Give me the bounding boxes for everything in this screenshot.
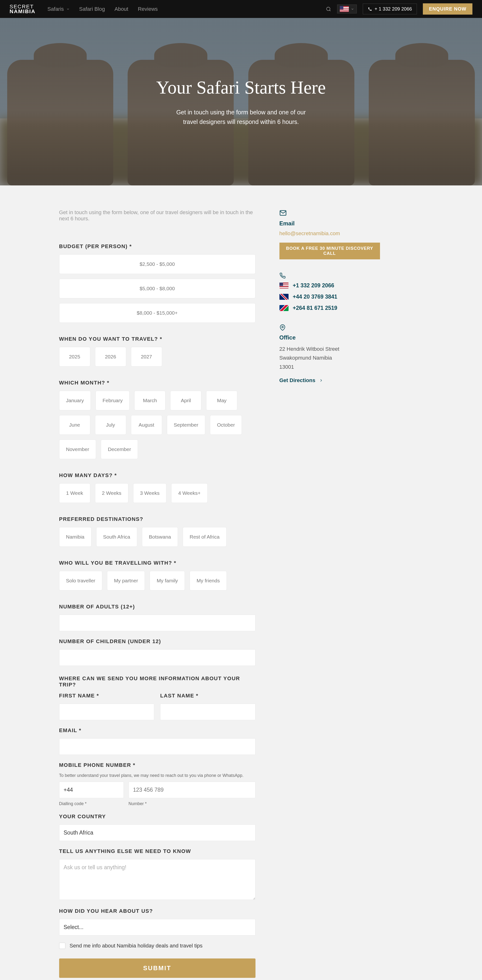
who-option[interactable]: My partner — [107, 571, 145, 590]
tellus-textarea[interactable] — [59, 859, 255, 900]
submit-button[interactable]: SUBMIT — [59, 958, 255, 978]
directions-link[interactable]: Get Directions — [279, 377, 380, 383]
month-option[interactable]: January — [59, 391, 91, 410]
budget-option-1[interactable]: $2,500 - $5,000 — [59, 255, 255, 274]
nav-blog[interactable]: Safari Blog — [79, 6, 105, 12]
chevron-right-icon — [319, 378, 323, 383]
month-label: WHICH MONTH? * — [59, 380, 255, 386]
header-phone[interactable]: + 1 332 209 2066 — [363, 3, 417, 14]
book-call-button[interactable]: BOOK A FREE 30 MINUTE DISCOVERY CALL — [279, 243, 380, 259]
email-input[interactable] — [59, 738, 255, 755]
phone-icon — [279, 272, 380, 279]
logo[interactable]: SECRET NAMIBIA — [10, 4, 35, 14]
na-flag-icon — [279, 305, 289, 311]
dest-option[interactable]: Rest of Africa — [183, 527, 227, 547]
nav-reviews[interactable]: Reviews — [138, 6, 158, 12]
year-option[interactable]: 2027 — [131, 347, 162, 366]
country-select[interactable]: South Africa — [59, 824, 255, 841]
year-option[interactable]: 2025 — [59, 347, 90, 366]
mobile-label: MOBILE PHONE NUMBER * — [59, 762, 255, 768]
month-option[interactable]: June — [59, 415, 90, 435]
children-label: NUMBER OF CHILDREN (UNDER 12) — [59, 638, 255, 644]
chevron-down-icon — [351, 7, 354, 11]
nav-safaris[interactable]: Safaris — [48, 6, 69, 12]
header-right: + 1 332 209 2066 ENQUIRE NOW — [326, 3, 472, 14]
phone-uk-number: +44 20 3769 3841 — [293, 294, 337, 300]
search-button[interactable] — [326, 6, 331, 12]
last-name-input[interactable] — [160, 704, 255, 720]
svg-point-0 — [327, 7, 330, 11]
budget-label: BUDGET (PER PERSON) * — [59, 243, 255, 250]
month-option[interactable]: July — [95, 415, 126, 435]
email-label: EMAIL * — [59, 727, 255, 733]
main-container: Get in touch using the form below, one o… — [45, 209, 437, 978]
newsletter-label: Send me info about Namibia holiday deals… — [70, 943, 203, 949]
month-option[interactable]: October — [210, 415, 242, 435]
month-option[interactable]: March — [134, 391, 166, 410]
svg-line-1 — [329, 10, 330, 11]
month-option[interactable]: May — [206, 391, 237, 410]
who-option[interactable]: My friends — [190, 571, 227, 590]
days-option[interactable]: 3 Weeks — [133, 483, 166, 503]
nav-about[interactable]: About — [115, 6, 128, 12]
header-phone-number: + 1 332 209 2066 — [375, 6, 412, 12]
phone-section: +1 332 209 2066 +44 20 3769 3841 +264 81… — [279, 272, 380, 311]
phone-us[interactable]: +1 332 209 2066 — [279, 282, 380, 289]
search-icon — [326, 6, 331, 12]
hear-value: Select... — [64, 924, 83, 930]
budget-options: $2,500 - $5,000 $5,000 - $8,000 $8,000 -… — [59, 255, 255, 323]
newsletter-row: Send me info about Namibia holiday deals… — [59, 943, 255, 949]
main-section: Get in touch using the form below, one o… — [0, 185, 482, 980]
enquire-button[interactable]: ENQUIRE NOW — [423, 3, 472, 14]
chevron-down-icon — [66, 7, 70, 11]
phone-row: Dialling code * Number * — [59, 782, 255, 806]
month-options: January February March April May June Ju… — [59, 391, 255, 459]
form-column: Get in touch using the form below, one o… — [59, 209, 255, 978]
dest-option[interactable]: Botswana — [142, 527, 178, 547]
newsletter-checkbox[interactable] — [59, 943, 65, 949]
nav-safaris-label: Safaris — [48, 6, 64, 12]
email-section: Email hello@secretnamibia.com BOOK A FRE… — [279, 209, 380, 259]
form-intro: Get in touch using the form below, one o… — [59, 209, 255, 222]
month-option[interactable]: November — [59, 439, 96, 459]
logo-bottom: NAMIBIA — [10, 9, 35, 14]
directions-label: Get Directions — [279, 377, 315, 383]
dest-options: Namibia South Africa Botswana Rest of Af… — [59, 527, 255, 547]
us-flag-icon — [279, 283, 289, 288]
phone-uk[interactable]: +44 20 3769 3841 — [279, 294, 380, 300]
uk-flag-icon — [279, 294, 289, 300]
adults-input[interactable] — [59, 615, 255, 631]
email-title: Email — [279, 220, 380, 227]
who-option[interactable]: My family — [150, 571, 185, 590]
adults-label: NUMBER OF ADULTS (12+) — [59, 604, 255, 610]
hero-subtitle-1: Get in touch using the form below and on… — [156, 107, 326, 117]
month-option[interactable]: December — [101, 439, 138, 459]
dialing-code-input[interactable] — [59, 782, 124, 798]
who-option[interactable]: Solo traveller — [59, 571, 102, 590]
budget-option-3[interactable]: $8,000 - $15,000+ — [59, 303, 255, 323]
dest-option[interactable]: Namibia — [59, 527, 91, 547]
month-option[interactable]: August — [131, 415, 162, 435]
dest-option[interactable]: South Africa — [96, 527, 137, 547]
month-option[interactable]: April — [170, 391, 201, 410]
days-option[interactable]: 4 Weeks+ — [171, 483, 207, 503]
days-option[interactable]: 2 Weeks — [95, 483, 128, 503]
contact-email[interactable]: hello@secretnamibia.com — [279, 231, 380, 237]
code-sublabel: Dialling code * — [59, 801, 124, 806]
phone-us-number: +1 332 209 2066 — [293, 282, 334, 289]
addr-line-2: Swakopmund Namibia — [279, 353, 380, 362]
month-option[interactable]: February — [96, 391, 129, 410]
days-option[interactable]: 1 Week — [59, 483, 90, 503]
phone-na-number: +264 81 671 2519 — [293, 305, 337, 311]
year-option[interactable]: 2026 — [95, 347, 126, 366]
locale-selector[interactable] — [337, 5, 357, 13]
phone-na[interactable]: +264 81 671 2519 — [279, 305, 380, 311]
children-input[interactable] — [59, 649, 255, 666]
dest-label: PREFERRED DESTINATIONS? — [59, 516, 255, 522]
office-section: Office 22 Hendrik Witbooi Street Swakopm… — [279, 325, 380, 383]
budget-option-2[interactable]: $5,000 - $8,000 — [59, 279, 255, 298]
month-option[interactable]: September — [167, 415, 206, 435]
phone-number-input[interactable] — [129, 782, 255, 798]
hear-select[interactable]: Select... — [59, 919, 255, 935]
first-name-input[interactable] — [59, 704, 155, 720]
